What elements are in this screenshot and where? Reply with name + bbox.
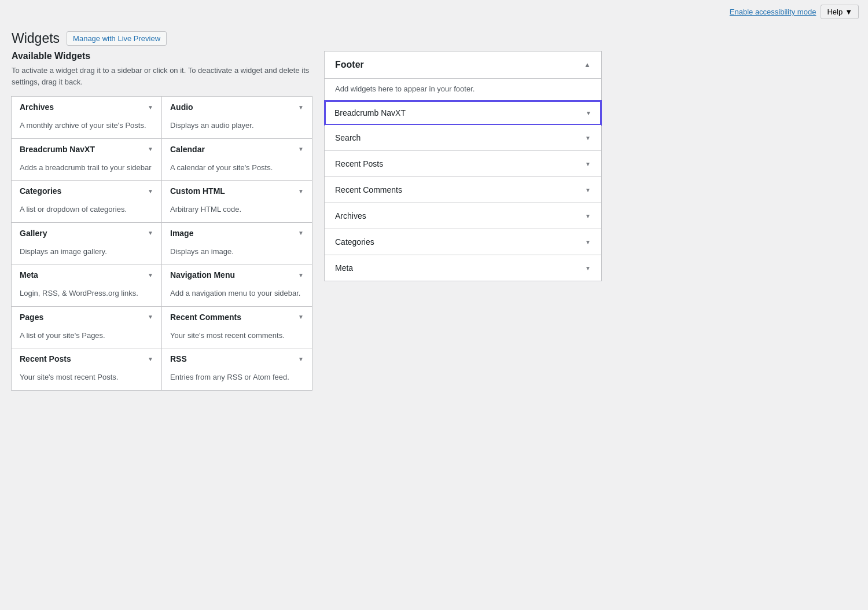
widget-header[interactable]: Archives ▼ xyxy=(12,97,161,117)
top-bar: Enable accessibility mode Help ▼ xyxy=(0,0,868,24)
footer-panel: Footer ▲ Add widgets here to appear in y… xyxy=(324,51,602,281)
widget-chevron-icon: ▼ xyxy=(148,272,153,278)
widget-name: Calendar xyxy=(170,145,205,154)
widget-description: Adds a breadcrumb trail to your sidebar xyxy=(12,160,161,181)
manage-preview-button[interactable]: Manage with Live Preview xyxy=(67,31,167,46)
widget-name: Image xyxy=(170,229,193,238)
widget-chevron-icon: ▼ xyxy=(148,146,153,152)
footer-widget-item[interactable]: Breadcrumb NavXT ▼ xyxy=(324,100,602,126)
widget-chevron-icon: ▼ xyxy=(298,188,304,194)
widget-item[interactable]: Audio ▼ Displays an audio player. xyxy=(161,96,312,139)
main-content: Available Widgets To activate a widget d… xyxy=(0,51,868,391)
footer-widget-name: Categories xyxy=(335,237,374,247)
widget-item[interactable]: Calendar ▼ A calendar of your site's Pos… xyxy=(161,138,312,181)
footer-widget-chevron-icon: ▼ xyxy=(586,110,591,116)
widget-name: Archives xyxy=(20,102,54,112)
footer-widget-chevron-icon: ▼ xyxy=(585,161,591,167)
widget-chevron-icon: ▼ xyxy=(298,230,304,236)
widget-header[interactable]: Image ▼ xyxy=(162,223,312,244)
widget-description: A monthly archive of your site's Posts. xyxy=(12,117,161,138)
widget-name: Recent Posts xyxy=(20,354,71,363)
widget-item[interactable]: Recent Posts ▼ Your site's most recent P… xyxy=(11,348,162,391)
help-label: Help xyxy=(827,8,843,16)
widget-name: Pages xyxy=(20,313,43,322)
widget-description: Login, RSS, & WordPress.org links. xyxy=(12,285,161,306)
widget-item[interactable]: Pages ▼ A list of your site's Pages. xyxy=(11,306,162,349)
widget-item[interactable]: Image ▼ Displays an image. xyxy=(161,222,312,265)
widget-description: Your site's most recent Posts. xyxy=(12,369,161,390)
enable-accessibility-link[interactable]: Enable accessibility mode xyxy=(730,8,816,16)
widget-header[interactable]: RSS ▼ xyxy=(162,348,312,369)
available-widgets-description: To activate a widget drag it to a sideba… xyxy=(12,65,312,87)
widget-item[interactable]: Custom HTML ▼ Arbitrary HTML code. xyxy=(161,180,312,223)
widget-header[interactable]: Pages ▼ xyxy=(12,307,161,328)
widget-chevron-icon: ▼ xyxy=(148,356,153,362)
widget-chevron-icon: ▼ xyxy=(298,272,304,278)
help-button[interactable]: Help ▼ xyxy=(821,5,859,19)
page-title: Widgets xyxy=(12,31,60,46)
footer-header[interactable]: Footer ▲ xyxy=(325,52,601,79)
footer-widget-name: Breadcrumb NavXT xyxy=(334,108,406,117)
footer-widget-name: Recent Comments xyxy=(335,185,402,194)
widget-description: Displays an image. xyxy=(162,244,312,264)
widget-item[interactable]: RSS ▼ Entries from any RSS or Atom feed. xyxy=(161,348,312,391)
available-widgets-panel: Available Widgets To activate a widget d… xyxy=(12,51,312,391)
widget-header[interactable]: Recent Comments ▼ xyxy=(162,307,312,328)
footer-widget-item[interactable]: Recent Posts ▼ xyxy=(325,151,601,177)
page-header: Widgets Manage with Live Preview xyxy=(0,24,868,51)
widget-name: Breadcrumb NavXT xyxy=(20,145,95,154)
widget-description: A list of your site's Pages. xyxy=(12,328,161,348)
widget-name: Custom HTML xyxy=(170,186,225,196)
widget-name: Recent Comments xyxy=(170,313,241,322)
widget-header[interactable]: Categories ▼ xyxy=(12,181,161,201)
footer-widget-chevron-icon: ▼ xyxy=(585,213,591,219)
widget-item[interactable]: Recent Comments ▼ Your site's most recen… xyxy=(161,306,312,349)
widget-item[interactable]: Navigation Menu ▼ Add a navigation menu … xyxy=(161,264,312,307)
widget-header[interactable]: Recent Posts ▼ xyxy=(12,348,161,369)
widget-header[interactable]: Breadcrumb NavXT ▼ xyxy=(12,139,161,160)
footer-title: Footer xyxy=(335,60,364,70)
widget-description: Entries from any RSS or Atom feed. xyxy=(162,369,312,390)
footer-widgets-list: Breadcrumb NavXT ▼ Search ▼ Recent Posts… xyxy=(325,100,601,281)
footer-widget-chevron-icon: ▼ xyxy=(585,187,591,193)
widget-description: A calendar of your site's Posts. xyxy=(162,160,312,181)
widget-chevron-icon: ▼ xyxy=(148,314,153,320)
footer-widget-item[interactable]: Search ▼ xyxy=(325,125,601,151)
widget-item[interactable]: Categories ▼ A list or dropdown of categ… xyxy=(11,180,162,223)
widget-item[interactable]: Archives ▼ A monthly archive of your sit… xyxy=(11,96,162,139)
widget-header[interactable]: Gallery ▼ xyxy=(12,223,161,244)
footer-collapse-icon: ▲ xyxy=(584,61,591,69)
widget-item[interactable]: Gallery ▼ Displays an image gallery. xyxy=(11,222,162,265)
widget-header[interactable]: Navigation Menu ▼ xyxy=(162,264,312,285)
widget-chevron-icon: ▼ xyxy=(298,104,304,111)
widget-name: Categories xyxy=(20,186,61,196)
widget-name: Audio xyxy=(170,102,193,112)
footer-widget-chevron-icon: ▼ xyxy=(585,239,591,245)
help-chevron-icon: ▼ xyxy=(845,8,852,16)
widget-chevron-icon: ▼ xyxy=(148,188,153,194)
widget-chevron-icon: ▼ xyxy=(148,104,153,111)
widget-chevron-icon: ▼ xyxy=(298,356,304,362)
widget-header[interactable]: Audio ▼ xyxy=(162,97,312,117)
footer-widget-chevron-icon: ▼ xyxy=(585,135,591,141)
footer-widget-item[interactable]: Recent Comments ▼ xyxy=(325,177,601,203)
widget-item[interactable]: Meta ▼ Login, RSS, & WordPress.org links… xyxy=(11,264,162,307)
footer-subtitle: Add widgets here to appear in your foote… xyxy=(325,79,601,101)
widget-name: Meta xyxy=(20,270,38,280)
widget-header[interactable]: Custom HTML ▼ xyxy=(162,181,312,201)
widget-chevron-icon: ▼ xyxy=(298,314,304,320)
widget-item[interactable]: Breadcrumb NavXT ▼ Adds a breadcrumb tra… xyxy=(11,138,162,181)
widget-header[interactable]: Calendar ▼ xyxy=(162,139,312,160)
footer-widget-item[interactable]: Archives ▼ xyxy=(325,203,601,229)
footer-widget-item[interactable]: Meta ▼ xyxy=(325,255,601,281)
footer-widget-name: Meta xyxy=(335,263,353,273)
widget-name: Navigation Menu xyxy=(170,270,235,280)
footer-widget-name: Search xyxy=(335,133,361,142)
widget-chevron-icon: ▼ xyxy=(298,146,304,152)
footer-widget-name: Recent Posts xyxy=(335,159,383,168)
widget-header[interactable]: Meta ▼ xyxy=(12,264,161,285)
widget-description: Displays an image gallery. xyxy=(12,244,161,264)
widget-description: Your site's most recent comments. xyxy=(162,328,312,348)
widget-description: Arbitrary HTML code. xyxy=(162,201,312,222)
footer-widget-item[interactable]: Categories ▼ xyxy=(325,229,601,255)
